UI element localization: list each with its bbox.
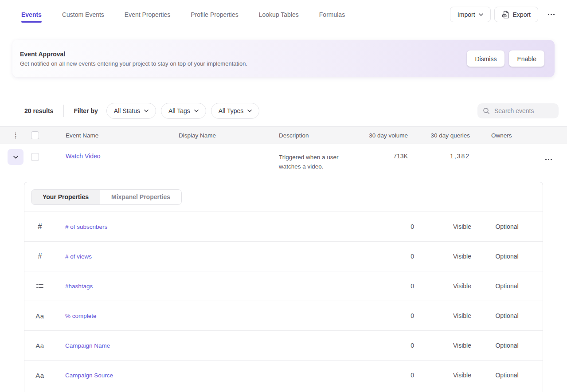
ellipsis-icon — [548, 14, 555, 15]
column-description: Description — [279, 132, 364, 139]
tab-formulas[interactable]: Formulas — [319, 0, 345, 29]
property-query-count: 0 — [370, 223, 414, 230]
nav-tabs: Events Custom Events Event Properties Pr… — [21, 0, 345, 29]
filter-by-label: Filter by — [74, 107, 98, 114]
property-row: #hashtags 0 Visible Optional — [24, 271, 543, 301]
select-all-checkbox[interactable] — [31, 131, 39, 139]
banner-title: Event Approval — [20, 51, 439, 58]
tab-lookup-tables[interactable]: Lookup Tables — [259, 0, 299, 29]
tab-profile-properties[interactable]: Profile Properties — [191, 0, 238, 29]
event-description: Triggered when a user watches a video. — [279, 149, 364, 171]
svg-text:csv: csv — [503, 15, 506, 17]
chevron-down-icon — [194, 110, 199, 112]
tab-event-properties[interactable]: Event Properties — [125, 0, 171, 29]
property-row: Aa Campaign Name 0 Visible Optional — [24, 331, 543, 361]
event-30-day-volume: 713K — [364, 149, 408, 160]
filter-row: 20 results Filter by All Status All Tags… — [0, 103, 567, 119]
export-button[interactable]: csv Export — [494, 7, 538, 22]
properties-tabbar: Your Properties Mixpanel Properties — [24, 182, 543, 212]
banner-description: Get notified on all new events entering … — [20, 60, 439, 67]
property-visibility[interactable]: Visible — [440, 342, 485, 349]
property-requirement[interactable]: Optional — [485, 312, 529, 319]
property-visibility[interactable]: Visible — [440, 223, 485, 230]
top-nav: Events Custom Events Event Properties Pr… — [0, 0, 567, 29]
search-events-box[interactable] — [477, 103, 559, 118]
properties-list: # # of subscribers 0 Visible Optional # … — [24, 212, 543, 390]
property-row: Aa Campaign Source 0 Visible Optional — [24, 361, 543, 390]
hash-icon: # — [38, 252, 42, 261]
row-checkbox[interactable] — [31, 153, 39, 161]
property-name-link[interactable]: % complete — [65, 313, 97, 319]
property-query-count: 0 — [370, 253, 414, 260]
column-owners: Owners — [470, 132, 528, 139]
filter-all-status[interactable]: All Status — [106, 103, 156, 119]
banner-actions: Dismiss Enable — [467, 51, 544, 67]
event-approval-banner: Event Approval Get notified on all new e… — [12, 40, 555, 77]
text-icon: Aa — [35, 372, 44, 379]
event-30-day-queries: 1,382 — [408, 149, 470, 160]
dismiss-button[interactable]: Dismiss — [467, 51, 504, 67]
column-display-name: Display Name — [179, 132, 279, 139]
hash-icon: # — [38, 222, 42, 231]
export-button-label: Export — [513, 11, 531, 18]
table-row: Watch Video Triggered when a user watche… — [0, 144, 567, 182]
filter-all-tags[interactable]: All Tags — [161, 103, 206, 119]
column-30-day-queries: 30 day queries — [408, 132, 470, 139]
property-name-link[interactable]: #hashtags — [65, 283, 93, 290]
property-query-count: 0 — [370, 372, 414, 379]
chevron-down-icon — [247, 110, 252, 112]
list-icon — [36, 283, 43, 289]
search-input[interactable] — [494, 107, 552, 114]
tab-your-properties[interactable]: Your Properties — [31, 190, 100, 204]
search-icon — [483, 107, 490, 114]
filter-all-status-label: All Status — [114, 107, 140, 114]
collapse-row-button[interactable] — [8, 149, 23, 165]
property-requirement[interactable]: Optional — [485, 253, 529, 260]
property-requirement[interactable]: Optional — [485, 223, 529, 230]
filter-all-types-label: All Types — [219, 107, 244, 114]
property-query-count: 0 — [370, 312, 414, 319]
property-visibility[interactable]: Visible — [440, 253, 485, 260]
table-header: ↓↑ Event Name Display Name Description 3… — [0, 126, 567, 144]
event-name-link[interactable]: Watch Video — [66, 149, 101, 160]
collapse-rows-icon[interactable]: ↓↑ — [14, 131, 17, 139]
property-requirement[interactable]: Optional — [485, 372, 529, 379]
properties-segmented-control: Your Properties Mixpanel Properties — [31, 189, 182, 205]
property-name-link[interactable]: # of views — [65, 253, 92, 260]
column-event-name: Event Name — [49, 132, 179, 139]
property-visibility[interactable]: Visible — [440, 312, 485, 319]
property-visibility[interactable]: Visible — [440, 372, 485, 379]
property-row: # # of subscribers 0 Visible Optional — [24, 212, 543, 242]
ellipsis-icon — [545, 159, 552, 160]
row-actions-button[interactable] — [542, 154, 555, 165]
property-name-link[interactable]: Campaign Source — [65, 372, 113, 379]
nav-actions: Import csv Export — [450, 7, 558, 22]
chevron-down-icon — [144, 110, 149, 112]
property-row: # # of views 0 Visible Optional — [24, 242, 543, 271]
divider — [63, 105, 64, 117]
import-button-label: Import — [458, 11, 475, 18]
property-name-link[interactable]: Campaign Name — [65, 342, 110, 349]
property-row: Aa % complete 0 Visible Optional — [24, 301, 543, 331]
filter-all-types[interactable]: All Types — [211, 103, 260, 119]
results-count: 20 results — [24, 107, 53, 114]
chevron-down-icon — [13, 156, 18, 159]
property-name-link[interactable]: # of subscribers — [65, 223, 107, 230]
text-icon: Aa — [35, 342, 44, 349]
property-query-count: 0 — [370, 282, 414, 290]
property-requirement[interactable]: Optional — [485, 342, 529, 349]
csv-file-icon: csv — [502, 11, 509, 19]
property-requirement[interactable]: Optional — [485, 282, 529, 290]
enable-button[interactable]: Enable — [509, 51, 544, 67]
properties-panel: Your Properties Mixpanel Properties # # … — [24, 182, 543, 392]
tab-events[interactable]: Events — [21, 0, 42, 29]
import-button[interactable]: Import — [450, 7, 491, 22]
filter-all-tags-label: All Tags — [168, 107, 190, 114]
property-query-count: 0 — [370, 342, 414, 349]
property-visibility[interactable]: Visible — [440, 282, 485, 290]
tab-mixpanel-properties[interactable]: Mixpanel Properties — [100, 190, 181, 204]
tab-custom-events[interactable]: Custom Events — [62, 0, 104, 29]
more-options-button[interactable] — [544, 9, 558, 20]
chevron-down-icon — [479, 13, 483, 16]
text-icon: Aa — [35, 312, 44, 320]
